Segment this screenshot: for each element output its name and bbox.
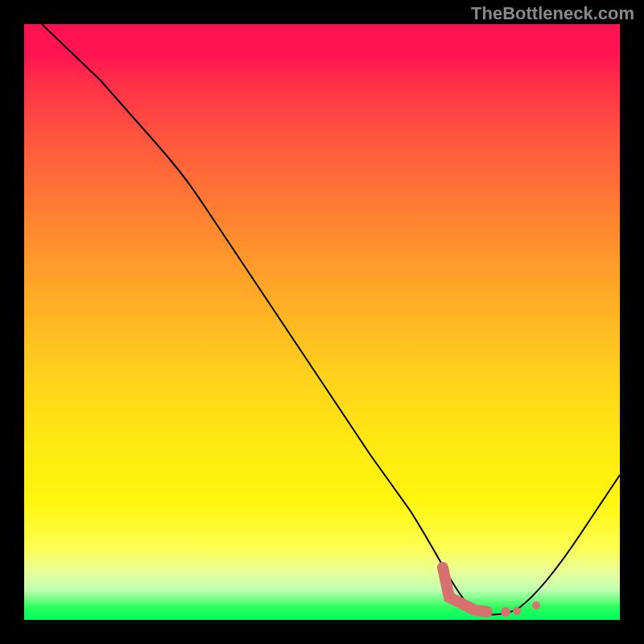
watermark-text: TheBottleneck.com — [471, 3, 634, 24]
chart-lines — [24, 24, 620, 620]
optimal-region-marker — [443, 568, 540, 617]
bottleneck-curve-line — [42, 24, 620, 615]
svg-point-0 — [501, 607, 510, 617]
chart-plot-area — [24, 24, 620, 620]
svg-point-2 — [532, 601, 540, 609]
svg-point-1 — [513, 607, 521, 615]
